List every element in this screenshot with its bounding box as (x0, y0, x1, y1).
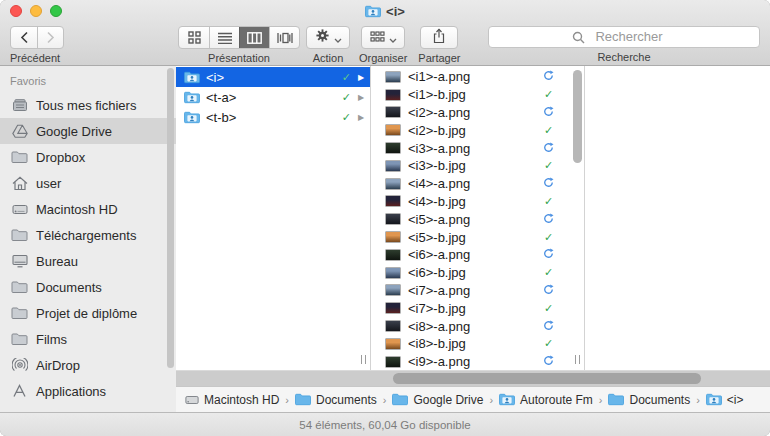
list-view-button[interactable] (209, 27, 239, 48)
folder-icon (608, 393, 624, 406)
file-row[interactable]: <i1>-a.png (371, 68, 584, 86)
chevron-down-icon (389, 29, 397, 47)
sidebar-item-macintosh-hd[interactable]: Macintosh HD (0, 196, 176, 222)
toolbar: Précédent Présentat (0, 22, 770, 65)
file-row[interactable]: <i6>-b.jpg✓ (371, 264, 584, 282)
sidebar-scrollbar[interactable] (167, 68, 174, 368)
sidebar-item-google-drive[interactable]: Google Drive (0, 118, 176, 144)
file-row[interactable]: <i2>-b.jpg✓ (371, 121, 584, 139)
sync-icon (543, 69, 554, 84)
path-separator: › (489, 394, 493, 406)
file-row[interactable]: <i2>-a.png (371, 104, 584, 122)
forward-button[interactable] (37, 27, 63, 48)
navigation-group: Précédent (10, 26, 64, 64)
path-item-autoroute-fm[interactable]: Autoroute Fm (499, 393, 593, 407)
file-row[interactable]: <i4>-b.jpg✓ (371, 193, 584, 211)
path-item-google-drive[interactable]: Google Drive (392, 393, 483, 407)
file-column-scrollbar[interactable] (573, 70, 582, 163)
file-row[interactable]: <i7>-b.jpg✓ (371, 299, 584, 317)
image-thumbnail-icon (385, 178, 401, 190)
folder-row[interactable]: <i>✓▶ (176, 67, 370, 87)
path-item-i[interactable]: <i> (706, 393, 744, 407)
folder-icon (10, 149, 29, 166)
file-name: <i1>-a.png (408, 69, 470, 84)
sync-icon (543, 141, 554, 156)
file-row[interactable]: <i5>-b.jpg✓ (371, 228, 584, 246)
file-row[interactable]: <i7>-a.png (371, 282, 584, 300)
sidebar-item-label: user (36, 176, 61, 191)
sidebar-item-bureau[interactable]: Bureau (0, 248, 176, 274)
sidebar-item-telechargements[interactable]: Téléchargements (0, 222, 176, 248)
organize-button[interactable] (361, 26, 405, 49)
sync-icon (543, 105, 554, 120)
image-thumbnail-icon (385, 231, 401, 243)
view-group: Présentation (178, 26, 300, 64)
window-chrome: <i> Précédent (0, 0, 770, 66)
home-icon (10, 175, 29, 192)
folder-icon (10, 227, 29, 244)
folder-column: <i>✓▶<t-a>✓▶<t-b>✓▶ (176, 66, 371, 370)
image-thumbnail-icon (385, 249, 401, 261)
file-row[interactable]: <i4>-a.png (371, 175, 584, 193)
file-name: <i6>-a.png (408, 247, 470, 262)
path-separator: › (383, 394, 387, 406)
file-name: <i5>-a.png (408, 212, 470, 227)
share-button[interactable] (420, 26, 458, 49)
sidebar-item-documents[interactable]: Documents (0, 274, 176, 300)
window-body: Favoris Tous mes fichiersGoogle DriveDro… (0, 66, 770, 412)
sidebar-item-projet-de-diplome[interactable]: Projet de diplôme (0, 300, 176, 326)
file-row[interactable]: <i5>-a.png (371, 210, 584, 228)
file-row[interactable]: <i9>-a.png (371, 353, 584, 370)
file-row[interactable]: <i1>-b.jpg✓ (371, 86, 584, 104)
search-input[interactable] (488, 26, 760, 48)
column-resize-handle[interactable] (575, 355, 580, 364)
column-resize-handle[interactable] (361, 355, 366, 364)
sidebar-item-label: AirDrop (36, 358, 80, 373)
path-item-documents[interactable]: Documents (608, 393, 690, 407)
synced-check-icon: ✓ (544, 231, 553, 244)
share-label: Partager (418, 52, 460, 64)
file-name: <i1>-b.jpg (408, 87, 466, 102)
sidebar-item-user[interactable]: user (0, 170, 176, 196)
titlebar: <i> (0, 0, 770, 22)
horizontal-scrollbar-thumb[interactable] (393, 373, 701, 384)
sidebar-item-airdrop[interactable]: AirDrop (0, 352, 176, 378)
path-item-macintosh-hd[interactable]: Macintosh HD (185, 393, 279, 407)
disclosure-triangle-icon: ▶ (358, 93, 366, 102)
file-row[interactable]: <i6>-a.png (371, 246, 584, 264)
sidebar-item-label: Tous mes fichiers (36, 98, 136, 113)
sidebar-item-label: Films (36, 332, 67, 347)
file-row[interactable]: <i3>-a.png (371, 139, 584, 157)
file-row[interactable]: <i8>-b.jpg✓ (371, 335, 584, 353)
sidebar-item-tous-mes-fichiers[interactable]: Tous mes fichiers (0, 92, 176, 118)
file-name: <i8>-a.png (408, 319, 470, 334)
icon-view-button[interactable] (179, 27, 209, 48)
coverflow-view-button[interactable] (269, 27, 299, 48)
path-item-documents[interactable]: Documents (295, 393, 377, 407)
file-row[interactable]: <i8>-a.png (371, 317, 584, 335)
sidebar-item-applications[interactable]: Applications (0, 378, 176, 404)
image-thumbnail-icon (385, 106, 401, 118)
shared-folder-icon (184, 91, 200, 104)
horizontal-scrollbar-track[interactable] (176, 370, 770, 386)
back-button[interactable] (11, 27, 37, 48)
image-thumbnail-icon (385, 302, 401, 314)
sidebar-item-films[interactable]: Films (0, 326, 176, 352)
file-name: <i7>-b.jpg (408, 301, 466, 316)
folder-icon (295, 393, 311, 406)
minimize-window-button[interactable] (30, 5, 42, 17)
folder-row[interactable]: <t-a>✓▶ (176, 87, 370, 107)
sidebar-item-dropbox[interactable]: Dropbox (0, 144, 176, 170)
file-row[interactable]: <i3>-b.jpg✓ (371, 157, 584, 175)
image-thumbnail-icon (385, 284, 401, 296)
zoom-window-button[interactable] (50, 5, 62, 17)
traffic-lights (10, 5, 62, 17)
shared-folder-icon (365, 5, 381, 18)
action-button[interactable] (306, 26, 350, 49)
folder-row[interactable]: <t-b>✓▶ (176, 107, 370, 127)
preview-column (585, 66, 770, 370)
file-name: <i3>-b.jpg (408, 158, 466, 173)
close-window-button[interactable] (10, 5, 22, 17)
column-view-button[interactable] (239, 27, 269, 48)
image-thumbnail-icon (385, 89, 401, 101)
